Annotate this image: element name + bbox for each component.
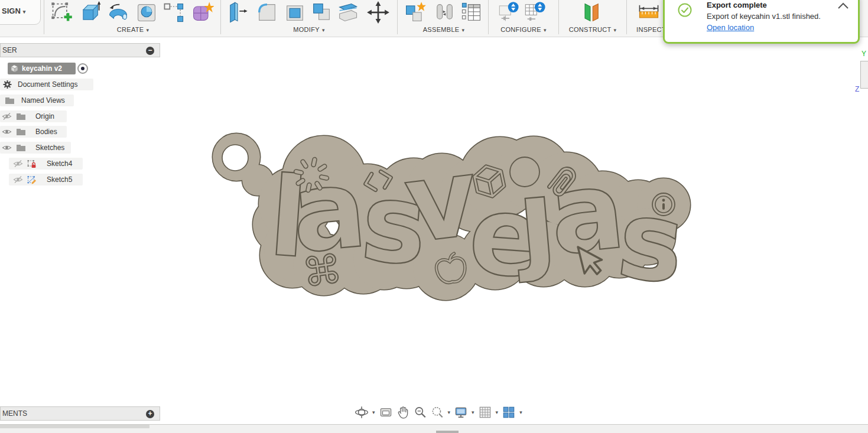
- display-dropdown-caret-icon[interactable]: ▾: [472, 409, 474, 415]
- viewcube-y-axis-label: Y: [862, 50, 866, 58]
- browser-header-label: SER: [2, 46, 17, 54]
- grid-dropdown-caret-icon[interactable]: ▾: [496, 409, 499, 415]
- construction-plane-icon[interactable]: [579, 1, 603, 24]
- toolbar-divider: [488, 0, 489, 34]
- configuration-icon[interactable]: [498, 1, 521, 24]
- orbit-dropdown-caret-icon[interactable]: ▾: [372, 409, 375, 415]
- toolbar-divider: [558, 0, 559, 34]
- tree-item-label: Sketch5: [47, 175, 72, 184]
- viewcube-z-axis-label: Z: [855, 85, 859, 93]
- success-check-icon: [678, 3, 692, 17]
- combine-icon[interactable]: [310, 1, 333, 24]
- svg-text:⌘: ⌘: [300, 246, 345, 296]
- construct-group-label[interactable]: CONSTRUCT: [560, 26, 625, 33]
- extrude-icon[interactable]: [78, 1, 102, 24]
- comments-panel-header: MENTS +: [0, 406, 160, 421]
- viewcube[interactable]: [860, 61, 868, 89]
- toolbar-divider: [626, 0, 627, 34]
- configuration-table-icon[interactable]: [524, 1, 547, 24]
- tree-row-document-settings[interactable]: Document Settings: [0, 79, 160, 90]
- eye-slash-icon[interactable]: [2, 112, 12, 121]
- tree-item-label: Named Views: [21, 96, 65, 105]
- assemble-group-label[interactable]: ASSEMBLE: [401, 26, 487, 33]
- toolbar-divider: [397, 0, 398, 34]
- viewports-dropdown-caret-icon[interactable]: ▾: [519, 409, 522, 415]
- orbit-icon[interactable]: [355, 405, 369, 419]
- tree-row-bodies[interactable]: Bodies: [0, 126, 160, 138]
- gear-icon: [2, 80, 12, 89]
- browser-panel-header: SER −: [0, 43, 160, 57]
- split-body-icon[interactable]: [336, 1, 359, 24]
- export-notification: Export complete Export of keycahin v1.st…: [663, 0, 860, 44]
- circle-dot-icon: [510, 157, 539, 187]
- keyring-hole: [222, 145, 248, 171]
- toolbar-divider: [44, 0, 44, 34]
- open-location-link[interactable]: Open location: [707, 23, 754, 32]
- view-navigation-toolbar: ▾ ▾ ▾ ▾ ▾: [355, 404, 523, 421]
- notification-message: Export of keycahin v1.stl finished.: [707, 12, 821, 21]
- info-circle-icon: [652, 193, 675, 216]
- tree-row-origin[interactable]: Origin: [0, 110, 160, 122]
- move-copy-icon[interactable]: [366, 1, 390, 24]
- viewports-icon[interactable]: [502, 405, 516, 419]
- pan-icon[interactable]: [396, 405, 410, 419]
- tree-row-sketch4[interactable]: Sketch4: [0, 158, 160, 170]
- measure-icon[interactable]: [637, 1, 661, 24]
- pattern-icon[interactable]: [162, 1, 186, 24]
- keychain-body[interactable]: l a s v e ȷ a s ⌘: [195, 124, 703, 310]
- hole-icon[interactable]: [135, 1, 158, 24]
- window-zoom-dropdown-caret-icon[interactable]: ▾: [448, 409, 451, 415]
- folder-icon: [16, 143, 26, 152]
- look-at-icon[interactable]: [379, 405, 393, 419]
- toolbar-divider: [220, 0, 221, 34]
- display-settings-icon[interactable]: [454, 405, 468, 419]
- tree-item-label: Origin: [35, 112, 54, 121]
- configure-group-label[interactable]: CONFIGURE: [490, 26, 557, 33]
- bom-table-icon[interactable]: [460, 1, 483, 24]
- sketch-locked-icon: [27, 159, 37, 168]
- eye-icon[interactable]: [2, 127, 12, 136]
- timeline-handle[interactable]: [436, 431, 459, 433]
- new-component-icon[interactable]: [403, 1, 427, 24]
- modify-group-label[interactable]: MODIFY: [223, 26, 395, 33]
- zoom-icon[interactable]: [413, 405, 427, 419]
- tree-row-document[interactable]: keycahin v2: [0, 63, 160, 74]
- create-group-label[interactable]: CREATE: [47, 26, 219, 33]
- collapse-browser-button[interactable]: −: [146, 47, 154, 55]
- fillet-icon[interactable]: [255, 1, 279, 24]
- workspace-label[interactable]: SIGN: [2, 6, 25, 15]
- tree-item-label: keycahin v2: [22, 64, 62, 73]
- folder-icon: [16, 127, 26, 136]
- command-symbol-icon: ⌘: [300, 246, 345, 296]
- sketch-edit-icon: [27, 175, 37, 184]
- create-form-icon[interactable]: [190, 1, 214, 24]
- revolve-icon[interactable]: [106, 1, 130, 24]
- tree-row-named-views[interactable]: Named Views: [0, 95, 160, 106]
- folder-icon: [5, 96, 15, 105]
- eye-slash-icon[interactable]: [13, 159, 23, 168]
- notification-title: Export complete: [707, 1, 767, 9]
- press-pull-icon[interactable]: [226, 1, 249, 24]
- window-zoom-icon[interactable]: [430, 405, 444, 419]
- expand-comments-button[interactable]: +: [146, 410, 154, 418]
- grid-settings-icon[interactable]: [478, 405, 492, 419]
- tree-item-label: Sketch4: [47, 159, 72, 168]
- component-cube-icon: [9, 64, 19, 73]
- create-sketch-icon[interactable]: [50, 1, 73, 24]
- folder-icon: [16, 112, 26, 121]
- workspace-selector[interactable]: SIGN: [0, 0, 41, 25]
- tree-row-sketches[interactable]: Sketches: [0, 142, 160, 154]
- tree-item-label: Bodies: [35, 128, 57, 136]
- eye-slash-icon[interactable]: [13, 175, 23, 184]
- eye-icon[interactable]: [2, 143, 12, 152]
- joint-icon[interactable]: [433, 1, 456, 24]
- collapse-chevron-icon[interactable]: [837, 2, 850, 10]
- tree-item-label: Document Settings: [18, 80, 77, 89]
- component-activate-radio[interactable]: [77, 63, 88, 74]
- fusion-window: SIGN: [0, 0, 868, 433]
- shell-icon[interactable]: [283, 1, 307, 24]
- timeline-strip: [0, 424, 868, 433]
- comments-header-label: MENTS: [2, 409, 27, 418]
- tree-row-sketch5[interactable]: Sketch5: [0, 174, 160, 185]
- tree-item-label: Sketches: [35, 144, 64, 152]
